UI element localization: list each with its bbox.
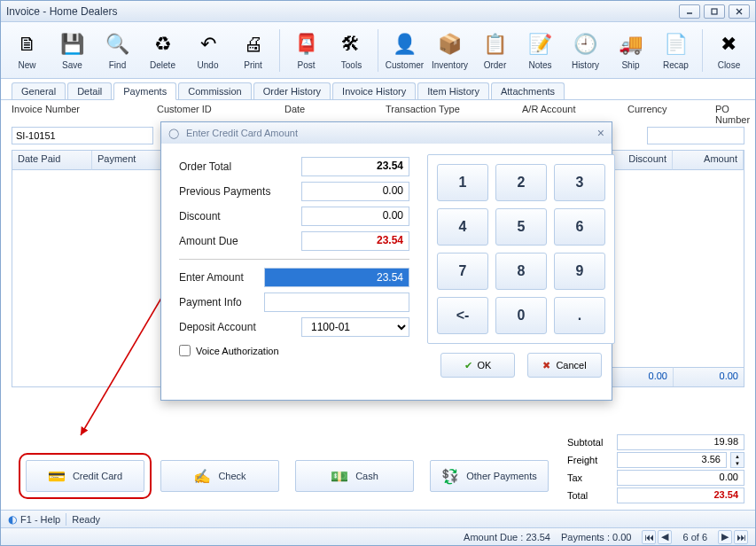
status-amount-due-label: Amount Due : [464,532,523,542]
grid-total-amount: 0.00 [673,367,744,386]
col-amount[interactable]: Amount [673,151,744,170]
grid-total-discount: 0.00 [611,367,673,386]
tb-find-button[interactable]: 🔍Find [97,25,138,76]
titlebar: Invoice - Home Dealers [1,1,755,22]
tb-tools-button[interactable]: 🛠Tools [331,25,372,76]
keypad-dot-button[interactable]: . [554,297,605,334]
ship-icon: 🚚 [616,30,644,58]
keypad-1-button[interactable]: 1 [437,164,488,201]
deposit-account-select[interactable]: 1100-01 [301,317,409,337]
nav-last-button[interactable]: ⏭ [734,530,748,544]
tb-undo-button[interactable]: ↶Undo [187,25,229,76]
tb-close-button[interactable]: ✖Close [708,25,750,76]
pay-cash-button[interactable]: 💵Cash [295,460,414,492]
keypad-0-button[interactable]: 0 [495,297,547,334]
keypad-2-button[interactable]: 2 [495,164,547,201]
tb-recap-button[interactable]: 📄Recap [655,25,697,76]
pay-other-button[interactable]: 💱Other Payments [430,460,549,492]
cancel-button[interactable]: ✖Cancel [527,353,602,378]
tb-post-button[interactable]: 📮Post [285,25,327,76]
minimize-button[interactable] [679,4,700,19]
close-button[interactable] [729,4,750,19]
tb-inventory-button[interactable]: 📦Inventory [429,25,471,76]
amount-due-label: Amount Due [179,235,294,247]
tab-invoice-history[interactable]: Invoice History [332,82,416,99]
invoice-number-input[interactable] [12,127,153,144]
order-icon: 📋 [480,30,509,58]
keypad-5-button[interactable]: 5 [495,208,547,246]
cancel-icon: ✖ [542,360,550,371]
keypad-backspace-button[interactable]: <- [437,297,488,334]
tools-icon: 🛠 [337,30,365,58]
tab-commission[interactable]: Commission [178,82,252,99]
freight-label: Freight [567,455,613,465]
tab-payments[interactable]: Payments [113,82,176,100]
tb-history-button[interactable]: 🕘History [565,25,606,76]
find-icon: 🔍 [104,30,132,58]
tb-notes-button[interactable]: 📝Notes [519,25,561,76]
col-date-paid[interactable]: Date Paid [12,151,92,170]
ok-button[interactable]: ✔OK [440,353,515,378]
freight-spinner[interactable]: ▲▼ [730,452,744,468]
pay-check-button[interactable]: ✍Check [160,460,279,492]
tab-attachments[interactable]: Attachments [491,82,565,99]
status-payments: 0.00 [612,532,631,542]
new-icon: 🗎 [13,30,42,58]
record-total: 6 [702,532,707,542]
modal-title-icon: ◯ [168,128,179,139]
payment-info-input[interactable] [264,292,409,312]
tab-order-history[interactable]: Order History [253,82,331,99]
help-icon: ◐ [8,513,17,526]
pay-credit-card-button[interactable]: 💳Credit Card [26,460,144,492]
col-discount[interactable]: Discount [611,151,673,170]
delete-icon: ♻ [149,30,177,58]
tb-order-button[interactable]: 📋Order [474,25,516,76]
tax-value: 0.00 [617,470,744,486]
tb-ship-button[interactable]: 🚚Ship [610,25,651,76]
check-icon: ✍ [193,468,211,485]
credit-card-icon: 💳 [48,468,66,485]
nav-next-button[interactable]: ▶ [718,530,732,544]
keypad-9-button[interactable]: 9 [554,253,605,290]
order-total-value: 23.54 [301,157,409,176]
other-icon: 💱 [441,468,459,485]
nav-prev-button[interactable]: ◀ [658,530,672,544]
help-text[interactable]: F1 - Help [20,514,60,525]
close-icon: ✖ [714,30,743,58]
tab-detail[interactable]: Detail [67,82,112,99]
tb-save-button[interactable]: 💾Save [51,25,93,76]
tb-delete-button[interactable]: ♻Delete [142,25,183,76]
keypad-3-button[interactable]: 3 [554,164,605,201]
toolbar: 🗎New💾Save🔍Find♻Delete↶Undo🖨Print📮Post🛠To… [1,22,755,79]
keypad-8-button[interactable]: 8 [495,253,547,290]
tb-customer-button[interactable]: 👤Customer [384,25,425,76]
po-number-label: PO Number [715,104,750,125]
tab-item-history[interactable]: Item History [417,82,489,99]
tab-general[interactable]: General [12,82,66,99]
customer-icon: 👤 [390,30,418,58]
recap-icon: 📄 [661,30,690,58]
modal-title: Enter Credit Card Amount [186,128,298,138]
history-icon: 🕘 [571,30,599,58]
print-icon: 🖨 [239,30,268,58]
modal-titlebar: ◯ Enter Credit Card Amount × [161,122,612,144]
modal-close-button[interactable]: × [597,126,604,140]
record-pos: 6 [682,532,688,542]
nav-first-button[interactable]: ⏮ [642,530,656,544]
maximize-button[interactable] [704,4,725,19]
notes-icon: 📝 [526,30,554,58]
enter-amount-input[interactable] [264,268,409,287]
po-number-input[interactable] [647,127,744,144]
tb-new-button[interactable]: 🗎New [6,25,48,76]
keypad-7-button[interactable]: 7 [437,253,488,290]
amount-due-value: 23.54 [301,231,409,251]
svg-rect-1 [712,9,717,14]
currency-label: Currency [627,104,712,125]
voice-auth-label: Voice Authorization [196,346,279,356]
tb-print-button[interactable]: 🖨Print [232,25,274,76]
voice-auth-checkbox[interactable] [179,345,191,356]
keypad-4-button[interactable]: 4 [437,208,488,246]
keypad-6-button[interactable]: 6 [554,208,605,246]
window-title: Invoice - Home Dealers [6,5,117,18]
keypad: 123456789<-0. [427,154,615,344]
